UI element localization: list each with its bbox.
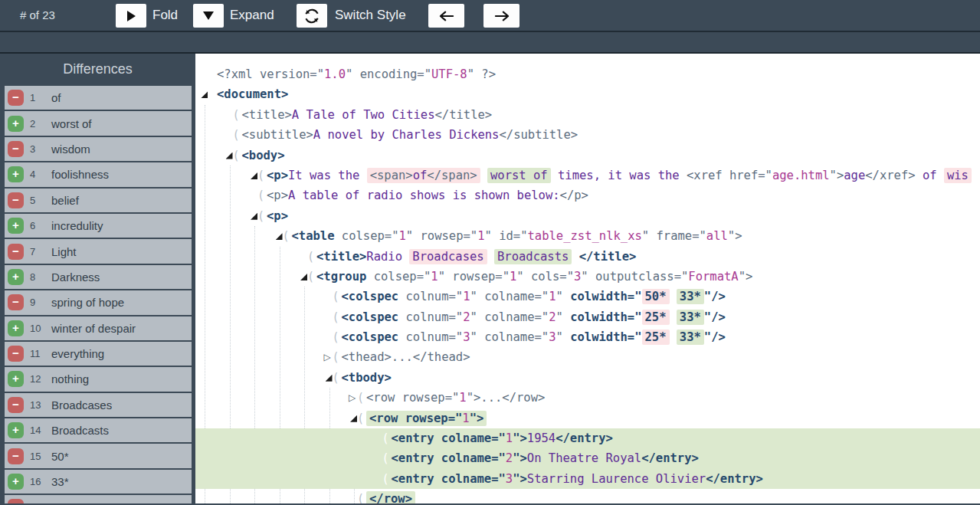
previous-diff-button[interactable] [428,4,464,28]
diff-list-item[interactable]: −13Broadcases [5,393,192,417]
plus-icon: + [8,116,24,132]
code-segment: age [844,169,865,182]
code-segment: <p> [267,189,288,202]
code-segment: 1 [510,270,516,284]
diff-list-item[interactable]: +10winter of despair [5,316,192,340]
fold-scallop-icon: ( [333,347,339,367]
code-segment: colsep=" [374,270,431,284]
fold-scallop-icon: ( [257,185,264,205]
diff-text: winter of despair [51,322,136,335]
fold-open-icon[interactable] [300,274,307,280]
code-segment: of [413,169,428,182]
fold-scallop-icon: ( [333,327,339,347]
diff-list-item[interactable]: −7Light [5,239,192,263]
fold-open-icon[interactable] [276,233,283,240]
code-segment: " encoding=" [346,67,431,81]
code-segment: Starring Laurence Olivier [527,472,706,486]
code-segment: colnum=" [406,330,464,344]
fold-open-icon[interactable] [251,172,257,179]
diff-text: 50* [51,450,69,463]
code-segment: 3 [574,270,581,284]
code-line: (<entry colname="1">1954</entry> [195,428,980,448]
diff-list-item[interactable]: +14Broadcasts [5,418,192,442]
diff-text: Darkness [51,271,100,284]
fold-scallop-icon: ( [333,307,339,327]
diff-list-item[interactable]: −3wisdom [5,137,192,161]
code-line: <document> [195,84,980,104]
code-line: (<title>A Tale of Two Cities</title> [195,105,980,125]
diff-list-item[interactable]: +4foolishness [5,162,192,186]
differences-list: −1of+2worst of−3wisdom+4foolishness−5bel… [0,86,195,503]
code-segment: </row> [369,492,412,503]
diff-list-item[interactable]: − [5,495,192,503]
code-segment: 25* [645,310,667,324]
fold-closed-icon[interactable]: ▷ [349,388,356,408]
diff-text: everything [51,347,104,360]
diff-list-item[interactable]: +12nothing [5,367,192,391]
code-segment: </entry> [706,472,763,486]
code-line: (<p>It was the <span>of</span> worst of … [195,166,980,185]
fold-button[interactable] [116,4,146,28]
diff-list-item[interactable]: +1633* [5,470,192,494]
diff-list-item[interactable]: +2worst of [5,111,192,135]
play-icon [127,11,136,21]
minus-icon: − [8,244,24,260]
diff-list-item[interactable]: −11everything [5,342,192,366]
code-segment: <entry [392,431,441,445]
fold-label: Fold [152,0,178,31]
diff-list-item[interactable]: −1of [5,86,192,110]
fold-open-icon[interactable] [226,152,233,159]
code-segment: " frame=" [642,229,706,243]
toolbar: # of 23 Fold Expand Switch Style [0,0,980,31]
code-segment: "> [513,451,527,465]
code-segment: <subtitle> [242,128,313,142]
minus-icon: − [8,90,24,106]
diff-list-item[interactable]: −1550* [5,444,192,467]
diff-text: belief [51,194,79,207]
code-line: (</row> [195,489,980,503]
code-segment: <thead>...</thead> [342,350,470,364]
code-segment: <title> [242,108,292,122]
fold-open-icon[interactable] [350,415,357,422]
code-segment: colnum=" [406,290,464,303]
code-segment: " rowsep=" [406,229,477,243]
code-line: ▷(<thead>...</thead> [195,347,980,367]
code-line: (<body> [195,146,980,166]
fold-open-icon[interactable] [326,375,333,382]
code-segment: On Theatre Royal [527,451,641,465]
diff-number: 1 [30,92,50,103]
code-segment: A Tale of Two Cities [292,108,435,122]
code-segment: </title> [434,108,492,122]
diff-list-item[interactable]: +8Darkness [5,265,192,289]
fold-open-icon[interactable] [251,213,257,220]
code-line: (<table colsep="1" rowsep="1" id="table_… [195,226,980,246]
fold-open-icon[interactable] [201,91,208,98]
diff-number: 7 [30,246,50,257]
sidebar-title: Differences [0,54,195,86]
deleted-text-highlight: 50* [642,289,670,304]
code-segment: 1 [549,290,556,303]
fold-closed-icon[interactable]: ▷ [324,347,331,367]
expand-button[interactable] [193,4,224,28]
diff-list-item[interactable]: +6incredulity [5,214,192,238]
next-diff-button[interactable] [483,4,519,28]
fold-scallop-icon: ( [357,388,364,408]
code-segment: wis [947,169,969,182]
deleted-text-highlight: 25* [642,330,670,345]
code-segment: 50* [645,290,667,303]
code-line: (<colspec colnum="2" colname="2" colwidt… [195,307,980,327]
code-segment: " rowsep=" [438,270,510,284]
code-segment [670,290,677,303]
minus-icon: − [8,192,24,208]
minus-icon: − [8,448,24,464]
diff-list-item[interactable]: −5belief [5,189,192,212]
switch-style-button[interactable] [297,4,327,28]
diff-text: nothing [51,372,89,385]
minus-icon: − [8,141,24,157]
code-segment: "> [739,270,753,284]
diff-list-item[interactable]: −9spring of hope [5,290,192,314]
code-segment: Broadcasts [497,250,569,264]
deleted-text-highlight: wis [944,168,972,183]
fold-scallop-icon: ( [357,408,364,428]
xml-code-pane[interactable]: <?xml version="1.0" encoding="UTF-8" ?><… [195,54,980,503]
